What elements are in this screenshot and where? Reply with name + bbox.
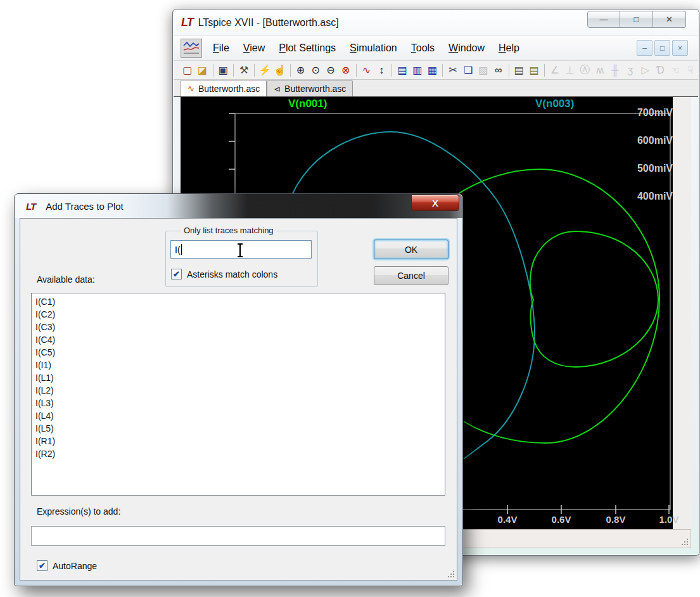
menu-view[interactable]: View	[236, 42, 272, 54]
move-icon: ☜	[668, 63, 683, 78]
toolbar-separator	[254, 64, 255, 77]
mdi-restore-button[interactable]: □	[654, 40, 670, 56]
available-data-item[interactable]: I(L3)	[32, 397, 445, 409]
window-controls: — □ ✕	[587, 11, 686, 28]
x-tick-label: 0.6V	[539, 514, 583, 525]
document-tab-bar: ∿Butterworth.asc⊲Butterworth.asc	[174, 80, 698, 97]
find-icon[interactable]: ∞	[491, 63, 506, 78]
place-inductor-icon: ʒ	[623, 63, 638, 78]
asterisks-checkbox-label: Asterisks match colons	[187, 269, 277, 279]
close-button[interactable]: ✕	[653, 11, 686, 28]
screen: LT LTspice XVII - [Butterworth.asc] — □ …	[0, 0, 700, 597]
filter-group-legend: Only list traces matching	[181, 226, 276, 235]
ltspice-logo-icon: LT	[26, 201, 35, 212]
dialog-resize-grip[interactable]	[447, 570, 455, 578]
save-icon[interactable]: ▣	[216, 63, 231, 78]
trace-filter-value: I(	[175, 245, 181, 255]
available-data-item[interactable]: I(C5)	[32, 346, 445, 359]
schematic-tab-icon: ⊲	[274, 84, 281, 94]
zoom-in-icon[interactable]: ⊕	[293, 63, 309, 78]
print-setup-icon[interactable]: ▤	[511, 63, 526, 78]
window-title: LTspice XVII - [Butterworth.asc]	[198, 17, 339, 29]
toolbar: ▢◪▣⚒⚡☝⊕⊙⊖⊗∿↕▤▥▦✂❏▨∞▤▤∠⊥Ⓐʍ╫ʒ▷Ɗ☜☟	[174, 61, 698, 80]
available-data-item[interactable]: I(L5)	[32, 422, 445, 435]
toolbar-separator	[391, 64, 392, 77]
run-simulation-icon[interactable]: ⚡	[257, 63, 272, 78]
ok-button[interactable]: OK	[374, 240, 449, 259]
cancel-button[interactable]: Cancel	[374, 266, 449, 285]
mdi-window-controls: – □ ×	[637, 40, 688, 56]
maximize-button[interactable]: □	[620, 11, 653, 28]
y-tick-label: 500miV	[625, 163, 673, 174]
available-data-list[interactable]: I(C1)I(C2)I(C3)I(C4)I(C5)I(I1)I(L1)I(L2)…	[31, 293, 445, 496]
y-tick-label: 700miV	[625, 107, 673, 119]
tab-waveform[interactable]: ∿Butterworth.asc	[181, 80, 267, 96]
place-resistor-icon: ʍ	[592, 63, 608, 78]
place-component-icon: Ɗ	[652, 63, 668, 78]
draw-wire-icon: ∠	[547, 63, 563, 78]
available-data-item[interactable]: I(C4)	[32, 333, 445, 346]
toolbar-separator	[356, 64, 357, 77]
mdi-minimize-button[interactable]: –	[637, 40, 652, 56]
new-schematic-icon[interactable]: ▢	[180, 63, 195, 78]
available-data-item[interactable]: I(L2)	[32, 384, 445, 397]
tab-label: Butterworth.asc	[198, 84, 260, 94]
menu-simulation[interactable]: Simulation	[343, 42, 404, 54]
menu-help[interactable]: Help	[492, 42, 526, 54]
x-tick-label: 0.8V	[594, 514, 638, 525]
available-data-item[interactable]: I(R1)	[32, 435, 445, 447]
place-ground-icon: ⊥	[563, 63, 578, 78]
asterisks-checkbox[interactable]: ✔	[171, 269, 182, 279]
available-data-label: Available data:	[37, 274, 95, 285]
place-label-icon: Ⓐ	[578, 63, 593, 78]
halt-icon: ☝	[272, 63, 288, 78]
waveform-pane-icon[interactable]: ∿	[359, 63, 374, 78]
minimize-button[interactable]: —	[587, 11, 620, 28]
menu-bar: FileViewPlot SettingsSimulationToolsWind…	[174, 35, 698, 61]
zoom-out-icon[interactable]: ⊖	[323, 63, 338, 78]
zoom-back-icon[interactable]: ⊗	[338, 63, 353, 78]
autorange-checkbox[interactable]: ✔	[37, 560, 48, 571]
available-data-item[interactable]: I(C2)	[32, 308, 445, 321]
tile-horizontally-icon[interactable]: ▤	[395, 63, 410, 78]
available-data-item[interactable]: I(L4)	[32, 409, 445, 422]
menu-window[interactable]: Window	[442, 42, 492, 54]
window-resize-grip[interactable]	[681, 538, 689, 546]
trace-v-n001-inner-loop	[530, 231, 658, 367]
control-panel-icon[interactable]: ⚒	[236, 63, 251, 78]
tab-schematic[interactable]: ⊲Butterworth.asc	[267, 80, 353, 96]
autorange-axes-icon[interactable]: ↕	[374, 63, 389, 78]
menu-plot-settings[interactable]: Plot Settings	[272, 42, 343, 54]
available-data-item[interactable]: I(I1)	[32, 359, 445, 371]
dialog-close-button[interactable]: X	[411, 195, 459, 211]
cut-icon[interactable]: ✂	[445, 63, 461, 78]
waveform-tab-icon: ∿	[188, 84, 194, 93]
available-data-item[interactable]: I(R2)	[32, 447, 445, 460]
available-data-item[interactable]: I(C3)	[32, 321, 445, 333]
available-data-item[interactable]: I(C1)	[32, 295, 445, 308]
menu-tools[interactable]: Tools	[404, 42, 442, 54]
expression-input[interactable]	[31, 526, 445, 546]
mdi-close-button[interactable]: ×	[672, 40, 688, 56]
toolbar-separator	[290, 64, 291, 77]
menu-file[interactable]: File	[206, 42, 236, 54]
tile-vertically-icon[interactable]: ▥	[410, 63, 425, 78]
open-file-icon[interactable]: ◪	[195, 63, 210, 78]
zoom-full-extents-icon[interactable]: ⊙	[308, 63, 323, 78]
x-tick-label: 1.0V	[647, 514, 691, 525]
available-data-item[interactable]: I(L1)	[32, 371, 445, 384]
toolbar-separator	[544, 64, 545, 77]
cascade-windows-icon[interactable]: ▦	[425, 63, 440, 78]
toolbar-separator	[442, 64, 443, 77]
place-capacitor-icon: ╫	[608, 63, 623, 78]
tab-label: Butterworth.asc	[284, 84, 346, 94]
main-title-bar[interactable]: LT LTspice XVII - [Butterworth.asc] — □ …	[173, 10, 699, 35]
text-caret	[181, 244, 182, 255]
ltspice-logo-icon: LT	[181, 16, 193, 29]
x-tick-label: 0.4V	[485, 514, 530, 525]
dialog-title-bar[interactable]: LT Add Traces to Plot X	[15, 194, 462, 218]
y-tick-label: 600miV	[625, 135, 673, 146]
print-icon[interactable]: ▤	[526, 63, 542, 78]
copy-icon[interactable]: ❏	[461, 63, 476, 78]
menu-items: FileViewPlot SettingsSimulationToolsWind…	[206, 42, 526, 54]
